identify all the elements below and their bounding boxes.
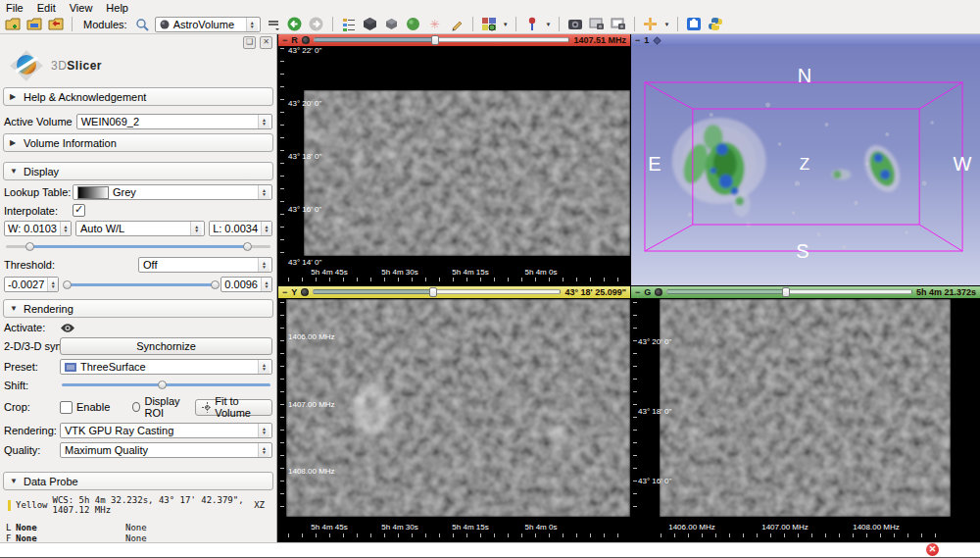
shift-slider[interactable] [60,379,272,391]
threshold-high-handle[interactable] [211,280,220,289]
fit-to-volume-label: Fit to Volume [215,395,266,419]
rendering-section[interactable]: ▼ Rendering [3,299,273,318]
yellow-slice-offset-handle[interactable] [429,287,437,297]
window-spinbox[interactable]: W: 0.0103 ▲▼ [4,221,72,236]
screenshot-icon[interactable] [566,16,584,32]
mesh-cube-icon[interactable] [383,16,401,32]
fit-to-volume-button[interactable]: Fit to Volume [195,399,272,416]
collapse-view-icon[interactable]: − [635,35,640,45]
module-selector[interactable]: AstroVolume ▲▼ [155,17,261,32]
menu-edit[interactable]: Edit [37,2,56,14]
collapse-view-icon[interactable]: − [282,35,287,45]
collapse-view-icon[interactable]: − [635,287,640,297]
preset-thumbnail-icon [65,363,76,372]
add-data-icon[interactable] [4,16,22,32]
interpolate-checkbox[interactable] [73,204,85,217]
close-panel-icon[interactable]: ✕ [260,36,272,49]
preset-selector[interactable]: ThreeSurface ▲▼ [60,359,272,375]
yellow-slice-view[interactable]: − Y 43° 18' 25.099" 1406.00 MHz 1407.00 … [278,286,630,543]
yellow-slice-offset-slider[interactable] [313,288,561,296]
layout-icon[interactable] [480,16,498,32]
slice-visibility-eye-icon[interactable] [302,36,310,44]
green-slice-image[interactable] [660,299,951,517]
red-slice-image[interactable] [304,90,630,256]
collapse-view-icon[interactable]: − [282,287,287,297]
window-level-low-handle[interactable] [25,242,34,251]
shift-label: Shift: [4,380,56,391]
level-spinbox[interactable]: L: 0.0034 ▲▼ [209,221,272,236]
red-slice-offset-handle[interactable] [431,35,439,45]
mouse-mode-icon[interactable] [523,16,541,32]
slice-visibility-eye-icon[interactable] [301,288,309,296]
green-slice-view[interactable]: − G 5h 4m 21.372s 43° 20' 0" 43° 18' 0" … [631,286,980,543]
threeD-view[interactable]: − 1 [631,34,980,285]
probe-orientation: XZ [254,500,265,510]
window-level-range-slider[interactable] [4,240,272,253]
volume-cube-icon[interactable] [362,16,379,32]
annotate-pencil-icon[interactable] [448,16,466,32]
orientation-label-z: Z [800,155,809,175]
crop-enable-checkbox[interactable] [60,401,73,414]
back-icon[interactable] [286,16,304,32]
logo-slicer-text: Slicer [67,59,102,73]
threshold-min-spinbox[interactable]: -0.0027 ▲▼ [4,277,59,292]
visibility-eye-icon[interactable] [60,323,75,333]
view-menu-pin-icon[interactable] [653,36,662,45]
quality-label: Quality: [4,444,56,456]
display-roi-eye-icon[interactable] [132,402,141,412]
threeD-render-canvas[interactable]: N S E W Z [631,46,980,285]
capture-view-icon[interactable] [588,16,606,32]
threshold-min-value: -0.0027 [5,279,47,290]
crop-enable-label: Enable [76,401,110,413]
menu-view[interactable]: View [70,2,93,14]
active-volume-label: Active Volume [4,116,73,127]
capture-window-icon[interactable] [610,16,627,32]
volume-information-section[interactable]: ▶ Volume Information [3,133,273,152]
crosshair-caret-icon[interactable]: ▼ [664,22,670,27]
viewport-area: − R 1407.51 MHz 43° 22' 0" 43° 20' [277,34,980,543]
forward-icon[interactable] [308,16,325,32]
green-slice-offset-handle[interactable] [782,287,790,297]
shift-handle[interactable] [158,380,167,389]
help-acknowledgement-section[interactable]: ▶ Help & Acknowledgement [3,87,273,106]
threshold-selector[interactable]: Off ▲▼ [138,257,272,273]
display-section[interactable]: ▼ Display [3,162,273,180]
auto-wl-selector[interactable]: Auto W/L ▲▼ [75,221,205,236]
data-probe-section-label: Data Probe [24,476,78,487]
toolbar-separator [677,17,678,31]
crosshair-icon[interactable] [642,16,660,32]
green-slice-offset-slider[interactable] [666,288,912,296]
module-list-icon[interactable] [340,16,358,32]
toolbar-separator [634,17,635,31]
mouse-mode-caret-icon[interactable]: ▼ [546,22,552,27]
lookup-table-selector[interactable]: Grey ▲▼ [73,184,272,200]
rendering-technique-selector[interactable]: VTK GPU Ray Casting ▲▼ [60,423,272,438]
synchronize-button[interactable]: Synchornize [60,337,272,355]
threshold-range-slider[interactable] [63,279,217,291]
data-probe-section[interactable]: ▼ Data Probe [3,472,273,490]
yellow-slice-image[interactable] [286,299,630,517]
slice-visibility-eye-icon[interactable] [655,288,662,296]
save-icon[interactable] [47,16,65,32]
threshold-max-spinbox[interactable]: 0.0096 ▲▼ [220,277,272,292]
add-dicom-icon[interactable] [25,16,43,32]
segment-sphere-icon[interactable] [405,16,422,32]
red-slice-view[interactable]: − R 1407.51 MHz 43° 22' 0" 43° 20' [278,34,630,285]
error-log-close-icon[interactable]: ✕ [926,543,939,556]
python-console-icon[interactable] [707,16,724,32]
active-volume-selector[interactable]: WEIN069_2 ▲▼ [76,114,272,129]
orientation-label-west: W [954,153,972,176]
layout-caret-icon[interactable]: ▼ [503,22,509,27]
extensions-icon[interactable] [685,16,703,32]
module-history-icon[interactable] [265,16,282,32]
markups-icon[interactable]: ✳ [426,16,444,32]
grey-colormap-icon [77,186,109,199]
red-slice-offset-slider[interactable] [314,36,570,44]
undock-panel-icon[interactable]: ❏ [243,36,256,49]
threshold-low-handle[interactable] [63,280,72,289]
search-icon[interactable] [133,16,151,32]
menu-help[interactable]: Help [106,2,128,14]
quality-selector[interactable]: Maximum Quality ▲▼ [60,442,272,458]
menu-file[interactable]: File [6,2,24,14]
window-level-high-handle[interactable] [243,242,252,251]
